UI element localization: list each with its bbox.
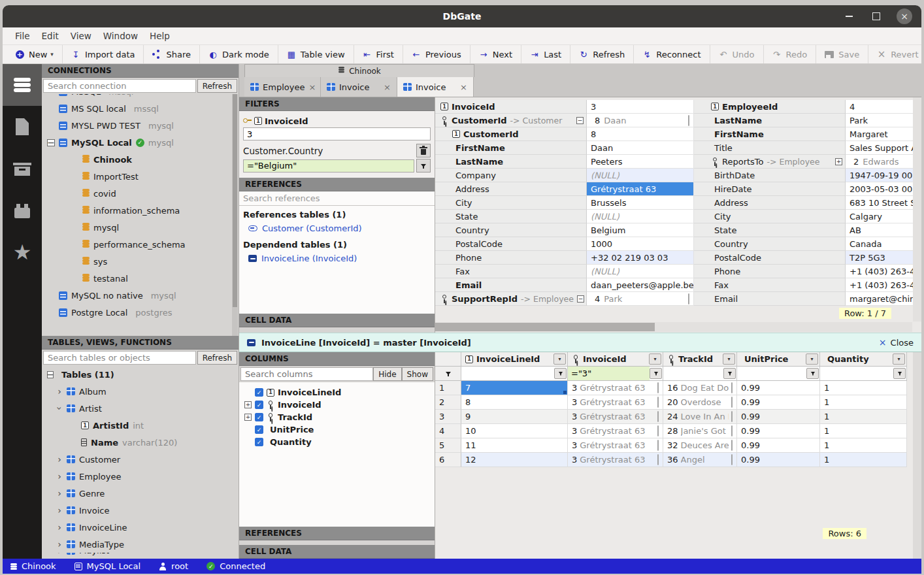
form-field-value-cell[interactable]: Calgary <box>846 210 921 223</box>
open-cell-detail-button[interactable] <box>657 412 659 421</box>
open-cell-detail-button[interactable] <box>731 426 733 436</box>
connection-item[interactable]: mysql <box>42 219 239 236</box>
tree-item[interactable]: Tables (11) <box>42 366 239 383</box>
quantity-cell[interactable]: 1 <box>820 438 907 453</box>
form-field-value-cell[interactable]: +1 (403) 263-4289 <box>846 278 921 292</box>
column-check-row[interactable]: InvoiceId <box>242 399 432 411</box>
menu-item[interactable]: Edit <box>36 31 65 41</box>
form-field-value-cell[interactable]: 1947-09-19 00:00: <box>846 169 921 182</box>
invoiceid-cell[interactable]: 3 Grétrystraat 63 <box>568 453 663 467</box>
reference-link-invoiceline[interactable]: InvoiceLine (InvoiceId) <box>239 251 435 266</box>
grid-column-header[interactable]: 1 InvoiceLineId <box>461 352 568 367</box>
form-field-label-cell[interactable]: Country <box>694 237 846 251</box>
toolbar-button[interactable]: Last <box>521 45 570 63</box>
form-field-label-cell[interactable]: LastName <box>435 155 587 169</box>
filter-button[interactable] <box>723 368 736 379</box>
open-cell-detail-button[interactable] <box>688 116 689 125</box>
form-field-value-cell[interactable]: (NULL) <box>587 169 694 182</box>
tree-item[interactable]: Playlist <box>42 553 239 559</box>
toolbar-button[interactable]: Redo <box>764 45 817 63</box>
tree-chevron-icon[interactable] <box>56 553 63 556</box>
column-checkbox[interactable] <box>255 388 263 397</box>
rail-item-plugins[interactable] <box>3 189 42 231</box>
invoicelineid-cell[interactable]: 7 <box>461 381 568 395</box>
quantity-cell[interactable]: 1 <box>820 410 907 424</box>
menu-item[interactable]: View <box>65 31 97 41</box>
form-field-value-cell[interactable]: 1000 <box>587 237 694 251</box>
form-field-label-cell[interactable]: Title <box>694 141 846 155</box>
tree-item[interactable]: MediaType <box>42 536 239 553</box>
show-column-button[interactable]: Show <box>402 367 433 381</box>
row-number-cell[interactable]: 4 <box>435 424 461 438</box>
form-field-value-cell[interactable]: Sales Support Age <box>846 141 921 155</box>
tree-item[interactable]: InvoiceLine <box>42 519 239 536</box>
grid-column-header[interactable]: TrackId <box>663 352 737 367</box>
grid-column-header[interactable]: InvoiceId <box>568 352 663 367</box>
close-button[interactable]: × <box>897 8 912 24</box>
tables-refresh-button[interactable]: Refresh <box>197 351 237 365</box>
toolbar-button[interactable]: First <box>354 45 403 63</box>
hide-column-button[interactable]: Hide <box>373 367 401 381</box>
toolbar-button[interactable]: Undo <box>710 45 764 63</box>
columns-search-input[interactable] <box>240 367 373 381</box>
form-field-value-cell[interactable]: +32 02 219 03 03 <box>587 251 694 265</box>
trackid-cell[interactable]: 36 Angel <box>663 453 737 467</box>
tree-chevron-icon[interactable] <box>56 471 63 482</box>
form-field-value-cell[interactable]: 4 Park <box>587 292 694 306</box>
grid-column-header[interactable]: UnitPrice <box>737 352 820 367</box>
form-field-value-cell[interactable]: Belgium <box>587 223 694 237</box>
unitprice-cell[interactable]: 0.99 <box>737 453 820 467</box>
toolbar-button[interactable]: Revert <box>868 45 921 63</box>
form-field-value-cell[interactable]: Grétrystraat 63 <box>587 182 694 196</box>
filter-button[interactable] <box>650 368 662 379</box>
connection-item[interactable]: MySQL Local mysql <box>42 134 239 151</box>
form-horizontal-scrollbar[interactable] <box>435 322 912 332</box>
open-cell-detail-button[interactable] <box>657 426 659 436</box>
form-field-label-cell[interactable]: City <box>435 196 587 210</box>
invoicelineid-cell[interactable]: 11 <box>461 438 568 453</box>
column-filter-input[interactable] <box>663 367 723 380</box>
maximize-button[interactable] <box>869 9 883 24</box>
toolbar-button[interactable]: Refresh <box>570 45 634 63</box>
references-search-input[interactable] <box>239 191 435 206</box>
trackid-cell[interactable]: 32 Deuces Are W <box>663 438 737 453</box>
unitprice-cell[interactable]: 0.99 <box>737 438 820 453</box>
row-number-cell[interactable]: 2 <box>435 395 461 410</box>
menu-item[interactable]: Window <box>97 31 144 41</box>
tree-item[interactable]: Genre <box>42 485 239 502</box>
form-vertical-scrollbar[interactable] <box>913 97 921 321</box>
tree-chevron-icon[interactable] <box>56 488 63 499</box>
toolbar-button[interactable]: Previous <box>403 45 470 63</box>
tree-item[interactable]: Invoice <box>42 502 239 519</box>
trackid-cell[interactable]: 24 Love In An El <box>663 410 737 424</box>
column-check-row[interactable]: TrackId <box>242 411 432 423</box>
tab[interactable]: Invoice × <box>397 77 474 97</box>
invoiceid-cell[interactable]: 3 Grétrystraat 63 <box>568 381 663 395</box>
unitprice-cell[interactable]: 0.99 <box>737 381 820 395</box>
toolbar-button[interactable]: Table view <box>278 45 354 63</box>
open-cell-detail-button[interactable] <box>657 455 659 465</box>
open-cell-detail-button[interactable] <box>657 397 659 407</box>
close-detail-button[interactable]: × Close <box>879 337 914 348</box>
form-field-label-cell[interactable]: LastName <box>694 114 846 127</box>
invoicelineid-cell[interactable]: 8 <box>461 395 568 410</box>
trackid-cell[interactable]: 28 Janie's Got A <box>663 424 737 438</box>
column-filter-input[interactable] <box>737 367 806 380</box>
open-cell-detail-button[interactable] <box>688 294 689 304</box>
form-field-value-cell[interactable]: daan_peeters@apple.be <box>587 278 694 292</box>
form-field-label-cell[interactable]: City <box>694 210 846 223</box>
grid-column-header[interactable]: Quantity <box>820 352 907 367</box>
form-field-label-cell[interactable]: Email <box>694 292 846 306</box>
invoiceid-cell[interactable]: 3 Grétrystraat 63 <box>568 410 663 424</box>
tab-close-icon[interactable]: × <box>308 82 316 92</box>
form-field-label-cell[interactable]: Address <box>694 196 846 210</box>
connection-item[interactable]: MySQL no native mysql <box>42 287 239 304</box>
row-number-cell[interactable]: 1 <box>435 381 461 395</box>
tab[interactable]: Employee × <box>244 77 321 97</box>
invoiceid-cell[interactable]: 3 Grétrystraat 63 <box>568 424 663 438</box>
filter-button[interactable] <box>806 368 819 379</box>
column-check-row[interactable]: 1 InvoiceLineId <box>242 386 432 399</box>
quantity-cell[interactable]: 1 <box>820 381 907 395</box>
form-field-label-cell[interactable]: Email <box>435 278 587 292</box>
grid-vertical-scrollbar[interactable] <box>913 352 921 559</box>
